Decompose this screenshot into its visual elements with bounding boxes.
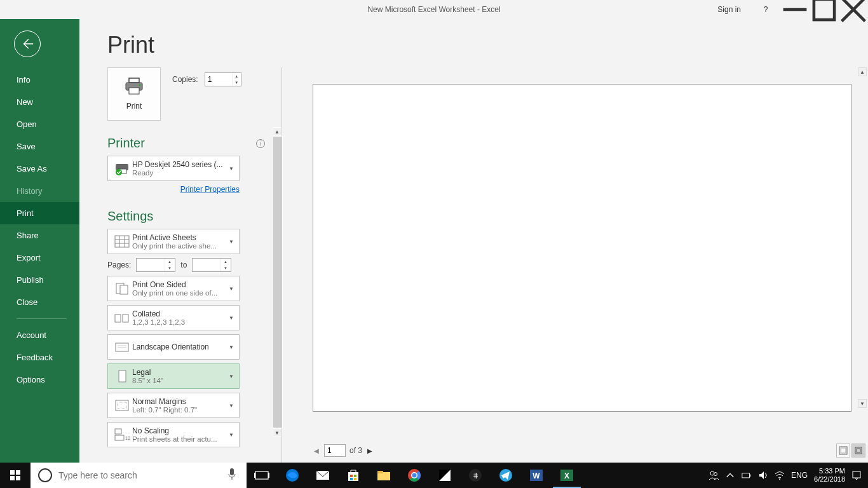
nav-close[interactable]: Close [0,291,79,313]
nav-share[interactable]: Share [0,224,79,247]
copies-input[interactable] [205,73,232,86]
scroll-down-icon[interactable]: ▼ [858,399,867,408]
next-page-button[interactable]: ▶ [366,447,374,454]
svg-rect-34 [16,470,20,475]
nav-export[interactable]: Export [0,247,79,269]
task-view-button[interactable] [247,463,277,488]
printer-info-icon[interactable]: i [256,139,265,148]
back-button[interactable] [14,30,41,57]
svg-point-10 [116,169,122,175]
battery-icon[interactable] [742,470,752,480]
close-button[interactable] [839,0,868,19]
page-title: Print [107,32,868,58]
nav-open[interactable]: Open [0,113,79,135]
copies-spinner[interactable]: ▲ ▼ [205,72,241,86]
svg-rect-27 [115,435,124,440]
excel-icon[interactable]: X [552,463,582,488]
orientation-dropdown[interactable]: Landscape Orientation ▼ [107,334,240,360]
system-tray: ENG 5:33 PM 6/22/2018 [702,467,868,484]
telegram-icon[interactable] [491,463,521,488]
nav-new[interactable]: New [0,91,79,113]
landscape-icon [112,337,132,356]
zoom-to-page-button[interactable] [851,444,865,458]
svg-rect-67 [749,474,750,477]
copies-down[interactable]: ▼ [233,79,241,86]
language-indicator[interactable]: ENG [791,471,808,480]
svg-rect-69 [853,471,860,478]
search-input[interactable] [58,470,221,480]
scroll-up-icon[interactable]: ▲ [858,67,867,76]
mail-icon[interactable] [308,463,338,488]
nav-print[interactable]: Print [0,202,79,224]
sided-dropdown[interactable]: Print One Sided Only print on one side o… [107,276,240,301]
svg-rect-45 [354,475,356,477]
nav-history: History [0,180,79,202]
svg-text:⋕: ⋕ [473,471,478,479]
page-total: of 3 [349,446,362,455]
chevron-down-icon: ▼ [227,286,235,292]
chevron-down-icon: ▼ [227,239,235,245]
nav-save[interactable]: Save [0,135,79,158]
maximize-button[interactable] [810,0,839,19]
paper-size-dropdown[interactable]: Legal 8.5" x 14" ▼ [107,363,240,389]
nav-publish[interactable]: Publish [0,269,79,291]
signin-link[interactable]: Sign in [707,5,751,14]
explorer-icon[interactable] [369,463,399,488]
nav-options[interactable]: Options [0,369,79,391]
start-button[interactable] [0,463,31,488]
one-sided-icon [112,279,132,298]
word-icon[interactable]: W [521,463,552,488]
collate-dropdown[interactable]: Collated 1,2,3 1,2,3 1,2,3 ▼ [107,305,240,330]
copies-up[interactable]: ▲ [233,73,241,79]
app-icon-2[interactable]: ⋕ [460,463,491,488]
nav-saveas[interactable]: Save As [0,158,79,180]
help-button[interactable]: ? [751,0,780,19]
scroll-down-icon[interactable]: ▼ [273,428,281,437]
chevron-down-icon: ▼ [227,432,235,438]
app-icon-1[interactable] [430,463,460,488]
margins-dropdown[interactable]: Normal Margins Left: 0.7" Right: 0.7" ▼ [107,393,240,418]
nav-info[interactable]: Info [0,69,79,91]
svg-text:X: X [564,471,569,480]
mic-icon[interactable] [227,468,239,483]
tray-chevron-icon[interactable] [725,470,735,480]
printer-properties-link[interactable]: Printer Properties [107,185,240,194]
pages-to-spinner[interactable]: ▲▼ [192,258,231,272]
svg-rect-47 [354,478,356,480]
clock[interactable]: 5:33 PM 6/22/2018 [814,467,845,484]
svg-rect-26 [115,429,121,434]
pages-label: Pages: [107,261,131,269]
print-button[interactable]: Print [107,67,161,121]
notifications-icon[interactable] [851,470,862,480]
edge-icon[interactable] [277,463,308,488]
minimize-button[interactable] [780,0,810,19]
nav-account[interactable]: Account [0,324,79,346]
pages-from-input[interactable] [137,259,165,271]
preview-page [313,84,851,412]
prev-page-button[interactable]: ◀ [313,447,320,454]
printer-dropdown[interactable]: HP Deskjet 2540 series (... Ready ▼ [107,156,240,181]
wifi-icon[interactable] [775,470,785,480]
svg-point-54 [412,473,417,478]
nav-feedback[interactable]: Feedback [0,346,79,369]
svg-rect-6 [129,88,139,94]
chevron-down-icon: ▼ [227,166,235,172]
page-number-input[interactable] [324,444,346,457]
taskbar-search[interactable] [31,463,247,488]
scaling-dropdown[interactable]: 100 No Scaling Print sheets at their act… [107,422,240,447]
store-icon[interactable] [338,463,369,488]
pages-from-spinner[interactable]: ▲▼ [136,258,175,272]
preview-vscrollbar[interactable]: ▲ ▼ [858,67,867,408]
pages-to-input[interactable] [193,259,220,271]
print-settings-panel: Print Copies: ▲ ▼ Print [79,67,281,464]
pages-to-label: to [180,261,187,269]
show-margins-button[interactable] [836,444,850,458]
print-what-dropdown[interactable]: Print Active Sheets Only print the activ… [107,229,240,254]
scroll-up-icon[interactable]: ▲ [273,127,281,136]
scroll-thumb[interactable] [273,136,283,428]
chrome-icon[interactable] [399,463,430,488]
svg-rect-30 [841,448,846,453]
settings-scrollbar[interactable]: ▲ ▼ [273,127,283,464]
volume-icon[interactable] [758,470,768,480]
people-icon[interactable] [709,470,719,480]
